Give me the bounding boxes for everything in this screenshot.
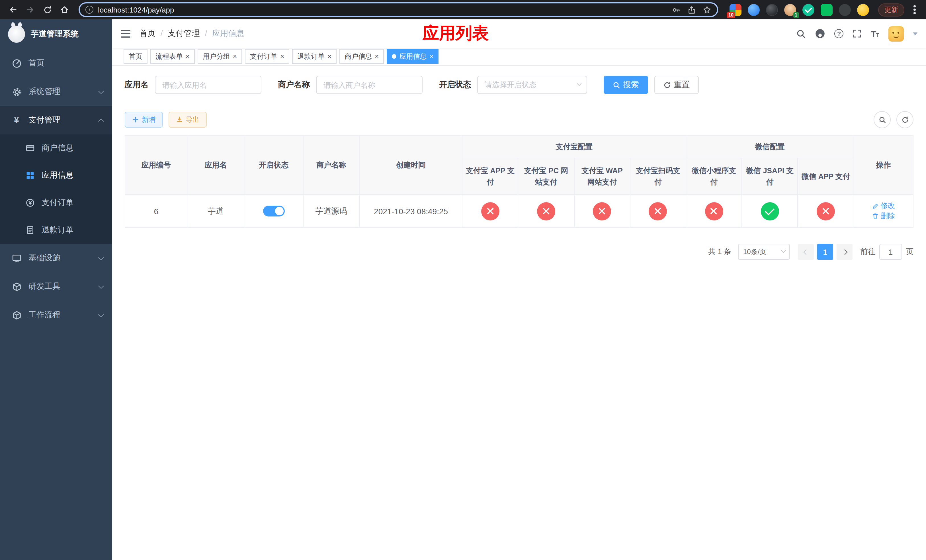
goto-page-input[interactable] bbox=[879, 244, 902, 260]
col-merchant: 商户名称 bbox=[303, 135, 359, 195]
extension-pin-icon[interactable] bbox=[839, 4, 851, 16]
extension-drop-icon[interactable] bbox=[748, 4, 760, 16]
bookmark-star-icon[interactable] bbox=[703, 5, 711, 14]
status-icon bbox=[761, 202, 779, 220]
share-icon[interactable] bbox=[687, 5, 696, 14]
cell-merchant: 芋道源码 bbox=[303, 195, 359, 228]
status-icon bbox=[537, 202, 555, 220]
tab-process-form[interactable]: 流程表单 bbox=[150, 49, 195, 64]
sidebar-item-infrastructure[interactable]: 基础设施 bbox=[0, 244, 112, 272]
reload-icon bbox=[43, 5, 51, 14]
chevron-down-icon bbox=[781, 248, 785, 253]
breadcrumb-payment[interactable]: 支付管理 bbox=[168, 29, 212, 39]
refresh-table-button[interactable] bbox=[896, 111, 914, 128]
tab-refund-order[interactable]: 退款订单 bbox=[292, 49, 337, 64]
sidebar-item-home[interactable]: 首页 bbox=[0, 49, 112, 77]
page-1-button[interactable]: 1 bbox=[817, 244, 833, 260]
extension-dark-icon[interactable] bbox=[766, 4, 778, 16]
search-icon bbox=[878, 116, 886, 123]
col-wechat-app: 微信 APP 支付 bbox=[798, 158, 854, 195]
sidebar-item-pay-order[interactable]: 支付订单 bbox=[0, 189, 112, 216]
delete-link[interactable]: 删除 bbox=[872, 211, 895, 221]
back-button[interactable] bbox=[6, 2, 21, 17]
edit-link-label: 修改 bbox=[881, 201, 895, 211]
col-alipay-pc: 支付宝 PC 网站支付 bbox=[518, 158, 574, 195]
add-button[interactable]: 新增 bbox=[125, 112, 163, 128]
close-icon[interactable] bbox=[375, 53, 379, 60]
profile-avatar-icon[interactable] bbox=[857, 4, 869, 16]
github-icon[interactable] bbox=[815, 29, 826, 39]
merchant-name-input[interactable] bbox=[316, 76, 422, 94]
chrome-update-button[interactable]: 更新 bbox=[878, 3, 904, 16]
sidebar-item-payment[interactable]: 支付管理 bbox=[0, 106, 112, 135]
extension-green-icon[interactable] bbox=[821, 4, 832, 16]
export-button[interactable]: 导出 bbox=[169, 112, 207, 128]
caret-down-icon[interactable] bbox=[913, 32, 917, 35]
next-page-button[interactable] bbox=[837, 244, 853, 260]
search-icon[interactable] bbox=[796, 29, 806, 38]
breadcrumb-home[interactable]: 首页 bbox=[139, 29, 168, 39]
sidebar-item-label: 工作流程 bbox=[29, 310, 61, 320]
font-size-icon[interactable] bbox=[871, 29, 879, 38]
next-arrow-icon bbox=[842, 249, 847, 255]
extension-avatar-icon[interactable]: 1 bbox=[784, 4, 796, 16]
pagination-total: 共 1 条 bbox=[708, 247, 731, 257]
site-info-icon[interactable] bbox=[85, 6, 94, 14]
status-select-placeholder: 请选择开启状态 bbox=[485, 80, 536, 90]
close-icon[interactable] bbox=[280, 53, 284, 60]
sidebar-item-workflow[interactable]: 工作流程 bbox=[0, 301, 112, 329]
forward-button[interactable] bbox=[23, 2, 38, 17]
tab-home[interactable]: 首页 bbox=[124, 49, 147, 64]
add-button-label: 新增 bbox=[142, 115, 156, 124]
home-button[interactable] bbox=[57, 2, 72, 17]
browser-menu-icon[interactable] bbox=[914, 9, 916, 11]
sidebar-item-merchant-info[interactable]: 商户信息 bbox=[0, 135, 112, 162]
sidebar-item-refund-order[interactable]: 退款订单 bbox=[0, 216, 112, 244]
col-create-time: 创建时间 bbox=[360, 135, 462, 195]
cell-wechat-mini bbox=[686, 195, 742, 228]
tab-user-group[interactable]: 用户分组 bbox=[198, 49, 242, 64]
fullscreen-icon[interactable] bbox=[853, 29, 862, 38]
close-icon[interactable] bbox=[430, 53, 433, 60]
user-avatar[interactable] bbox=[888, 26, 904, 41]
chevron-down-icon bbox=[98, 283, 104, 289]
sidebar-item-system[interactable]: 系统管理 bbox=[0, 77, 112, 106]
reload-button[interactable] bbox=[40, 2, 54, 17]
prev-arrow-icon bbox=[803, 249, 809, 255]
reset-button[interactable]: 重置 bbox=[654, 76, 699, 94]
app-table: 应用编号 应用名 开启状态 商户名称 创建时间 支付宝配置 微信配置 操作 支付… bbox=[125, 135, 914, 228]
app-name-input[interactable] bbox=[155, 76, 262, 94]
edit-link[interactable]: 修改 bbox=[872, 201, 895, 211]
tab-label: 流程表单 bbox=[156, 51, 183, 61]
prev-page-button[interactable] bbox=[798, 244, 814, 260]
search-button[interactable]: 搜索 bbox=[604, 76, 648, 94]
status-select[interactable]: 请选择开启状态 bbox=[477, 76, 587, 94]
browser-toolbar: localhost:1024/pay/app 10 1 更新 bbox=[0, 0, 926, 20]
sidebar-item-dev-tools[interactable]: 研发工具 bbox=[0, 272, 112, 301]
status-toggle[interactable] bbox=[263, 206, 284, 216]
url-bar[interactable]: localhost:1024/pay/app bbox=[79, 2, 718, 17]
receipt-icon bbox=[25, 226, 35, 235]
extension-check-icon[interactable] bbox=[802, 4, 814, 16]
cell-alipay-app bbox=[462, 195, 518, 228]
tab-app-info[interactable]: 应用信息 bbox=[387, 49, 439, 64]
extension-colorwheel-icon[interactable]: 10 bbox=[729, 4, 741, 16]
tab-pay-order[interactable]: 支付订单 bbox=[245, 49, 289, 64]
page-size-select[interactable]: 10条/页 bbox=[738, 244, 790, 260]
toggle-search-button[interactable] bbox=[874, 111, 891, 128]
help-icon[interactable] bbox=[835, 29, 844, 38]
col-group-wechat: 微信配置 bbox=[686, 135, 854, 158]
key-icon[interactable] bbox=[672, 5, 681, 14]
sidebar-item-app-info[interactable]: 应用信息 bbox=[0, 162, 112, 189]
close-icon[interactable] bbox=[233, 53, 237, 60]
close-icon[interactable] bbox=[327, 53, 331, 60]
hamburger-icon[interactable] bbox=[121, 30, 130, 37]
close-icon[interactable] bbox=[186, 53, 190, 60]
tab-merchant-info[interactable]: 商户信息 bbox=[339, 49, 384, 64]
col-wechat-mini: 微信小程序支付 bbox=[686, 158, 742, 195]
sidebar: 芋道管理系统 首页 系统管理 支付管理 bbox=[0, 20, 112, 560]
screen: localhost:1024/pay/app 10 1 更新 bbox=[0, 0, 926, 560]
cell-alipay-pc bbox=[518, 195, 574, 228]
app-grid-icon bbox=[25, 171, 35, 180]
app-logo[interactable]: 芋道管理系统 bbox=[0, 20, 112, 49]
